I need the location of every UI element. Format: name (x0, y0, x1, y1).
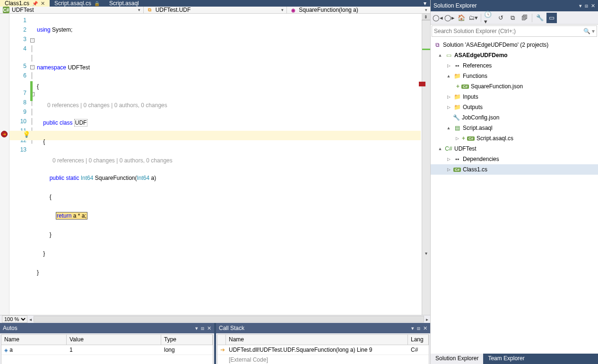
tab-overflow-button[interactable]: ▾ (420, 0, 430, 7)
callstack-pane: Call Stack ▾ ⧇ ✕ Name Lang ➔ UDFTest.dll… (216, 323, 430, 364)
dropdown-icon[interactable]: ▾ (411, 325, 414, 331)
folder-outputs[interactable]: ▷📁 Outputs (431, 102, 598, 112)
properties-button[interactable]: 🔧 (535, 13, 545, 23)
class-name: UDF (74, 119, 88, 127)
zoom-dropdown[interactable]: 100 % (2, 315, 27, 323)
solution-toolbar: ◯◂ ◯▸ 🏠 🗂▾ 🕓▾ ↺ ⧉ 🗐 🔧 ▭ (431, 11, 598, 25)
solution-node[interactable]: ⧉ Solution 'ASAEdgeUDFDemo' (2 projects) (431, 40, 598, 50)
callstack-grid[interactable]: Name Lang ➔ UDFTest.dll!UDFTest.UDF.Squa… (217, 334, 429, 364)
variable-row[interactable]: ◈ a 1 long (1, 345, 213, 355)
show-all-button[interactable]: 🗐 (519, 13, 529, 23)
close-icon[interactable]: ✕ (207, 325, 211, 331)
col-name[interactable]: Name (226, 335, 408, 345)
preview-button[interactable]: ▭ (546, 13, 557, 23)
fold-toggle[interactable]: − (30, 38, 35, 42)
code-editor[interactable]: 💡 1234 56 78910111213 − ││ − ││ − │││││ … (0, 14, 430, 315)
csharp-file-icon: C# (467, 136, 475, 141)
nav-project-dropdown[interactable]: C# UDFTest ▾ (0, 7, 144, 13)
dropdown-icon[interactable]: ▾ (195, 325, 198, 331)
config-icon: 🔧 (452, 114, 460, 121)
horizontal-scrollbar[interactable] (34, 316, 424, 322)
breakpoint-current-icon[interactable] (1, 131, 8, 137)
search-icon[interactable]: 🔍 ▾ (583, 28, 595, 34)
node-label: Script.asaql (463, 125, 493, 131)
forward-button[interactable]: ◯▸ (444, 13, 455, 23)
variable-icon: ◈ (4, 347, 8, 353)
scrollbar-overview[interactable]: ▾ (422, 20, 430, 315)
folder-icon: 📁 (453, 104, 461, 110)
split-editor-button[interactable]: ⇕ (422, 14, 430, 20)
pin-icon[interactable]: ⧇ (585, 3, 588, 9)
col-value[interactable]: Value (67, 335, 161, 345)
scope-button[interactable]: 🗂▾ (468, 13, 478, 23)
node-label: ASAEdgeUDFDemo (454, 52, 508, 59)
callstack-header[interactable]: Call Stack ▾ ⧇ ✕ (216, 323, 430, 333)
breakpoint-margin[interactable]: 💡 (0, 14, 9, 315)
csharp-file-icon: C# (461, 85, 469, 89)
solution-explorer-header[interactable]: Solution Explorer ▾ ⧇ ✕ (431, 0, 598, 11)
autos-header[interactable]: Autos ▾ ⧇ ✕ (0, 323, 214, 333)
col-type[interactable]: Type (161, 335, 213, 345)
home-button[interactable]: 🏠 (456, 13, 467, 23)
project-udftest[interactable]: ▲C# UDFTest (431, 144, 598, 154)
solution-tree[interactable]: ⧉ Solution 'ASAEdgeUDFDemo' (2 projects)… (431, 38, 598, 354)
script-icon: ▤ (453, 125, 461, 131)
class-icon: ⧉ (147, 7, 153, 13)
lightbulb-icon[interactable]: 💡 (23, 131, 30, 138)
stackframe-row[interactable]: ➔ UDFTest.dll!UDFTest.UDF.SquareFunction… (217, 345, 429, 355)
folder-inputs[interactable]: ▷📁 Inputs (431, 92, 598, 102)
close-icon[interactable]: ✕ (591, 3, 595, 9)
pending-changes-button[interactable]: 🕓▾ (484, 13, 494, 23)
col-name[interactable]: Name (1, 335, 67, 345)
node-label: References (463, 62, 492, 69)
stackframe-row[interactable]: [External Code] (217, 355, 429, 364)
codelens[interactable]: 0 references | 0 changes | 0 authors, 0 … (52, 157, 173, 164)
col-lang[interactable]: Lang (408, 335, 429, 345)
csharp-file-icon: C# (453, 168, 461, 172)
node-label: Outputs (463, 104, 483, 110)
autos-grid[interactable]: Name Value Type ◈ a 1 long (1, 334, 213, 364)
node-label: SquareFunction.json (471, 83, 523, 90)
solution-search[interactable]: 🔍 ▾ (432, 25, 597, 37)
tab-label: Class1.cs (5, 0, 29, 7)
pane-title: Autos (3, 325, 192, 331)
nav-class-dropdown[interactable]: ⧉ UDFTest.UDF ▾ (144, 7, 287, 13)
code-text[interactable]: using System; namespace UDFTest { 0 refe… (37, 14, 422, 315)
close-icon[interactable]: ✕ (41, 0, 45, 7)
file-class1[interactable]: ▷C# Class1.cs (431, 164, 598, 175)
dropdown-icon[interactable]: ▾ (579, 3, 582, 9)
folder-functions[interactable]: ▲📁 Functions (431, 71, 598, 81)
node-label: JobConfig.json (462, 114, 499, 121)
project-node[interactable]: ▲▭ ASAEdgeUDFDemo (431, 50, 598, 60)
back-button[interactable]: ◯◂ (433, 13, 443, 23)
tab-class1[interactable]: Class1.cs 📌 ✕ (0, 0, 50, 7)
tab-label: Script.asaql (109, 0, 139, 7)
codelens[interactable]: 0 references | 0 changes | 0 authors, 0 … (47, 102, 167, 109)
dependencies-node[interactable]: ▷▪▪ Dependencies (431, 154, 598, 164)
nav-member-dropdown[interactable]: ◉ SquareFunction(long a) ▾ (287, 7, 430, 13)
outlining-margin[interactable]: − ││ − ││ − │││││ (30, 14, 37, 315)
collapse-all-button[interactable]: ⧉ (507, 13, 518, 23)
file-script-cs[interactable]: ▷+C# Script.asaql.cs (431, 133, 598, 144)
pin-icon[interactable]: 📌 (32, 1, 38, 6)
sync-button[interactable]: ↺ (495, 13, 506, 23)
file-script-asaql[interactable]: ▲▤ Script.asaql (431, 123, 598, 133)
tab-script-cs[interactable]: Script.asaql.cs 🔒 (50, 0, 104, 7)
pin-icon[interactable]: ⧇ (417, 325, 420, 331)
tab-team-explorer[interactable]: Team Explorer (483, 354, 529, 364)
method-icon: ◉ (290, 7, 296, 13)
file-squarefunction[interactable]: +C# SquareFunction.json (431, 81, 598, 92)
tab-script-asaql[interactable]: Script.asaql (104, 0, 144, 7)
close-icon[interactable]: ✕ (423, 325, 427, 331)
references-node[interactable]: ▷▪▪ References (431, 60, 598, 71)
project-icon: ▭ (445, 52, 452, 59)
file-jobconfig[interactable]: 🔧 JobConfig.json (431, 112, 598, 123)
fold-toggle[interactable]: − (30, 65, 35, 69)
nav-class-label: UDFTest.UDF (156, 7, 191, 13)
tab-solution-explorer[interactable]: Solution Explorer (431, 354, 483, 364)
search-input[interactable] (434, 28, 583, 34)
node-label: UDFTest (454, 145, 477, 152)
folder-icon: 📁 (453, 73, 461, 79)
pin-icon[interactable]: ⧇ (201, 325, 204, 331)
document-tabs: Class1.cs 📌 ✕ Script.asaql.cs 🔒 Script.a… (0, 0, 430, 7)
